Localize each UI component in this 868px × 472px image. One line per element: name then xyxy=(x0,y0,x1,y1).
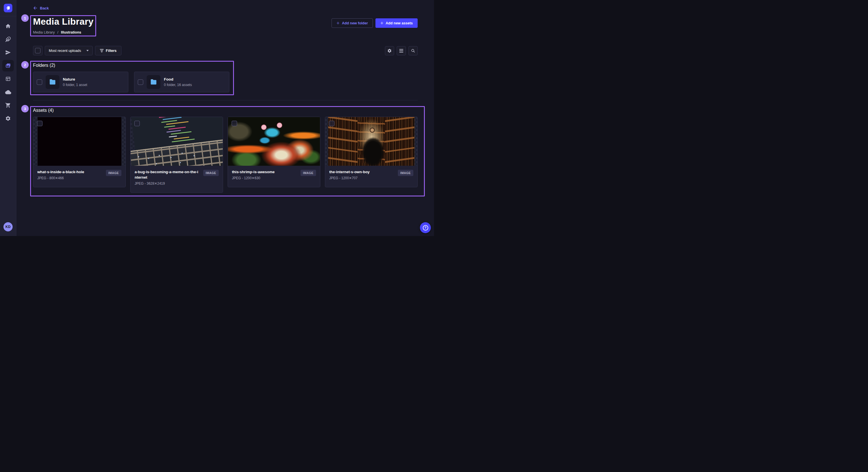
asset-type-badge: IMAGE xyxy=(301,170,316,176)
help-button[interactable]: ? xyxy=(420,222,431,233)
breadcrumb-root[interactable]: Media Library xyxy=(33,30,55,34)
paper-plane-icon xyxy=(5,49,11,55)
chevron-down-icon xyxy=(86,50,89,51)
asset-checkbox[interactable] xyxy=(134,121,140,126)
back-row: Back xyxy=(33,0,417,11)
layout-icon xyxy=(5,76,11,82)
view-settings-button[interactable] xyxy=(385,46,394,55)
asset-type-badge: IMAGE xyxy=(398,170,413,176)
asset-name: this-shrimp-is-awesome xyxy=(232,169,275,175)
sort-select-value: Most recent uploads xyxy=(49,49,81,53)
asset-card-internet-boy[interactable]: the-internet-s-own-boy JPEG - 1200✕707 I… xyxy=(325,117,417,187)
search-button[interactable] xyxy=(408,46,417,55)
asset-card-bug-meme[interactable]: a-bug-is-becoming-a-meme-on-the-internet… xyxy=(130,117,223,193)
back-link[interactable]: Back xyxy=(33,6,49,10)
sidebar-item-releases[interactable] xyxy=(2,47,14,58)
header-row: Media Library Media Library / Illustrati… xyxy=(33,16,417,34)
question-mark-glyph: ? xyxy=(425,226,427,229)
breadcrumb-current: Illustrations xyxy=(61,30,81,34)
sidebar-item-home[interactable] xyxy=(2,20,14,32)
user-avatar[interactable]: KD xyxy=(3,222,12,231)
folder-meta: 0 folder, 1 asset xyxy=(63,83,87,87)
cloud-icon xyxy=(5,89,11,95)
sidebar-item-deploy[interactable] xyxy=(2,86,14,98)
section-divider xyxy=(33,100,417,100)
plus-icon xyxy=(336,22,340,25)
folder-name: Nature xyxy=(63,77,87,81)
folders-section: Folders (2) Nature 0 folder, 1 asset xyxy=(33,63,417,92)
toolbar-right xyxy=(385,46,417,55)
strapi-logo-icon xyxy=(5,5,11,11)
sidebar-item-marketplace[interactable] xyxy=(2,100,14,111)
laptop-code-image xyxy=(140,117,213,166)
asset-name: the-internet-s-own-boy xyxy=(329,169,370,175)
asset-thumbnail[interactable] xyxy=(325,117,417,166)
header-actions: Add new folder Add new assets xyxy=(332,19,417,28)
asset-meta: JPEG - 1200✕707 xyxy=(329,176,370,180)
search-icon xyxy=(411,48,415,53)
gear-icon xyxy=(5,115,11,121)
asset-text: the-internet-s-own-boy JPEG - 1200✕707 xyxy=(329,169,370,180)
folder-checkbox[interactable] xyxy=(138,79,143,85)
folder-card-nature[interactable]: Nature 0 folder, 1 asset xyxy=(33,72,128,92)
folders-heading: Folders (2) xyxy=(33,63,417,68)
sort-select[interactable]: Most recent uploads xyxy=(45,46,93,55)
folder-row: Nature 0 folder, 1 asset Food 0 folder, … xyxy=(33,72,417,92)
sidebar-nav xyxy=(0,16,16,126)
sidebar-item-settings[interactable] xyxy=(2,113,14,124)
asset-info: a-bug-is-becoming-a-meme-on-the-internet… xyxy=(131,166,223,193)
asset-checkbox[interactable] xyxy=(231,121,237,126)
gear-icon xyxy=(387,48,392,53)
folder-name: Food xyxy=(164,77,192,81)
asset-thumbnail[interactable] xyxy=(228,117,320,166)
plus-icon xyxy=(380,22,383,25)
folder-card-food[interactable]: Food 0 folder, 16 assets xyxy=(134,72,229,92)
asset-text: what-s-inside-a-black-hole JPEG - 800✕46… xyxy=(37,169,84,180)
folder-icon-tile xyxy=(147,75,160,89)
feather-icon xyxy=(5,36,11,42)
back-label: Back xyxy=(40,6,49,10)
sidebar-footer: KD xyxy=(0,218,16,236)
add-new-assets-label: Add new assets xyxy=(386,21,413,25)
add-new-folder-label: Add new folder xyxy=(342,21,368,25)
library-portrait-image xyxy=(330,117,413,166)
help-icon: ? xyxy=(423,225,428,231)
filters-label: Filters xyxy=(106,49,117,53)
strapi-logo[interactable] xyxy=(4,4,12,12)
page-title: Media Library xyxy=(33,16,94,27)
asset-thumbnail[interactable] xyxy=(131,117,223,166)
select-all-checkbox[interactable] xyxy=(35,48,40,53)
asset-card-black-hole[interactable]: what-s-inside-a-black-hole JPEG - 800✕46… xyxy=(33,117,126,187)
title-block: Media Library Media Library / Illustrati… xyxy=(33,16,94,34)
asset-info: the-internet-s-own-boy JPEG - 1200✕707 I… xyxy=(325,166,417,187)
sidebar-item-media-library[interactable] xyxy=(2,60,14,71)
media-library-icon xyxy=(5,63,11,69)
asset-checkbox[interactable] xyxy=(329,121,334,126)
sidebar: KD xyxy=(0,0,17,236)
folder-checkbox[interactable] xyxy=(37,79,42,85)
folder-icon xyxy=(150,78,157,86)
back-arrow-icon xyxy=(33,6,38,10)
asset-checkbox[interactable] xyxy=(37,121,42,126)
sidebar-item-content-type-builder[interactable] xyxy=(2,73,14,85)
asset-meta: JPEG - 3628✕2419 xyxy=(135,181,200,186)
folder-meta: 0 folder, 16 assets xyxy=(164,83,192,87)
folder-text: Food 0 folder, 16 assets xyxy=(164,77,192,87)
asset-name: what-s-inside-a-black-hole xyxy=(37,169,84,175)
asset-meta: JPEG - 800✕466 xyxy=(37,176,84,180)
asset-thumbnail[interactable] xyxy=(33,117,125,166)
assets-section: Assets (4) what-s-inside-a-black-hole JP… xyxy=(33,108,417,193)
asset-info: this-shrimp-is-awesome JPEG - 1200✕630 I… xyxy=(228,166,320,187)
filters-button[interactable]: Filters xyxy=(95,46,122,55)
main-content: Back Media Library Media Library / Illus… xyxy=(17,0,434,236)
add-new-assets-button[interactable]: Add new assets xyxy=(375,19,417,28)
list-view-button[interactable] xyxy=(397,46,406,55)
breadcrumb-separator: / xyxy=(57,30,58,34)
select-all-checkbox-wrap[interactable] xyxy=(33,46,42,55)
sidebar-item-content-manager[interactable] xyxy=(2,34,14,45)
logo-section xyxy=(0,0,16,16)
add-new-folder-button[interactable]: Add new folder xyxy=(332,19,373,28)
toolbar: Most recent uploads Filters xyxy=(33,46,417,55)
asset-card-shrimp[interactable]: this-shrimp-is-awesome JPEG - 1200✕630 I… xyxy=(228,117,320,187)
list-icon xyxy=(399,49,403,53)
